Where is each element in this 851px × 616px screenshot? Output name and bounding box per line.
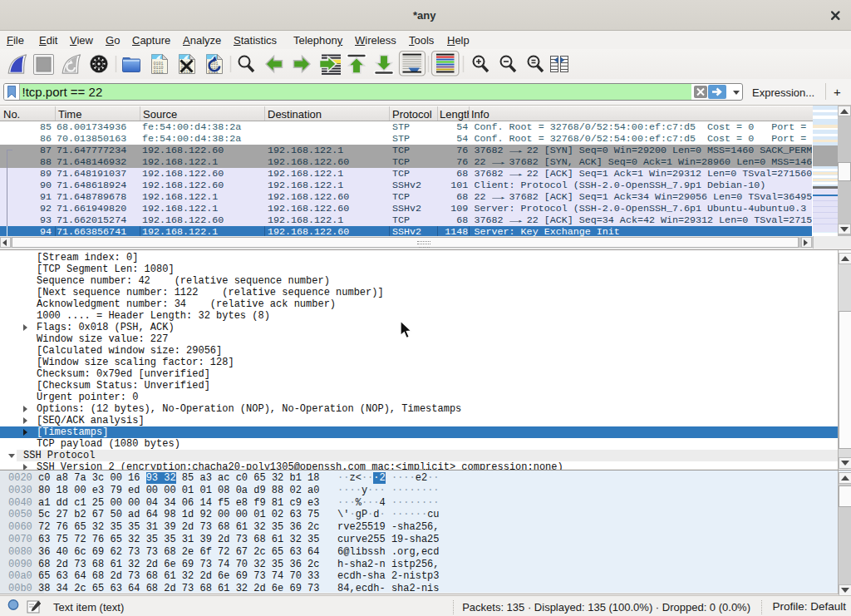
svg-text:0111: 0111 [154,70,164,75]
